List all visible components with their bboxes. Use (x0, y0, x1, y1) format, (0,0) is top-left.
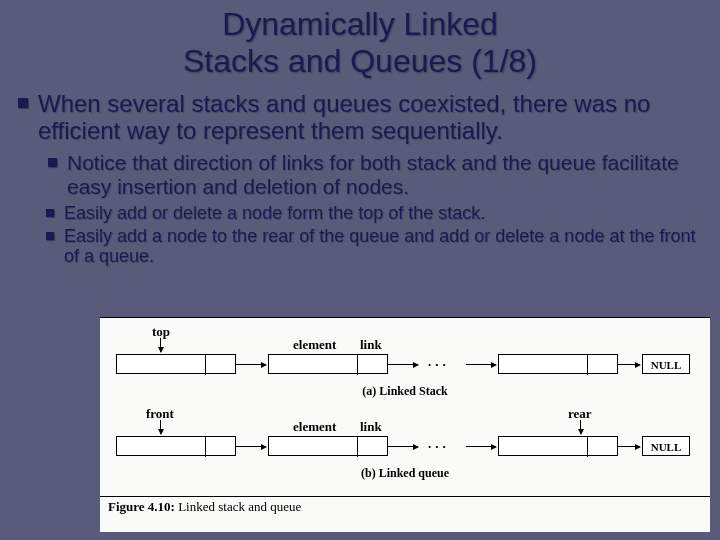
node-box (268, 436, 388, 456)
figure-border: top element link ··· NULL (a) Linked Sta… (100, 317, 710, 497)
node-divider (587, 437, 588, 457)
caption-text: Linked stack and queue (175, 499, 301, 514)
ellipsis-icon: ··· (428, 439, 450, 455)
caption-bold: Figure 4.10: (108, 499, 175, 514)
node-divider (587, 355, 588, 375)
slide-title: Dynamically Linked Stacks and Queues (1/… (0, 0, 720, 80)
title-line-1: Dynamically Linked (222, 6, 498, 42)
node-divider (205, 437, 206, 457)
arrow-right-icon (618, 446, 640, 447)
ellipsis-icon: ··· (428, 357, 450, 373)
title-line-2: Stacks and Queues (1/8) (183, 43, 537, 79)
label-top: top (152, 324, 170, 340)
diagram-linked-stack: top element link ··· NULL (a) Linked Sta… (108, 324, 702, 406)
bullet-text: When several stacks and queues coexisted… (38, 90, 702, 145)
node-divider (205, 355, 206, 375)
node-divider (357, 437, 358, 457)
label-link: link (360, 419, 382, 435)
diagram-linked-queue: front rear element link ··· NULL (108, 406, 702, 492)
square-bullet-icon (18, 98, 28, 108)
figure-caption: Figure 4.10: Linked stack and queue (100, 497, 710, 517)
arrow-right-icon (236, 364, 266, 365)
arrow-right-icon (466, 446, 496, 447)
label-element: element (293, 337, 336, 353)
square-bullet-icon (46, 209, 54, 217)
square-bullet-icon (46, 232, 54, 240)
node-divider (357, 355, 358, 375)
node-box (268, 354, 388, 374)
null-box: NULL (642, 436, 690, 456)
bullet-level2: Notice that direction of links for both … (48, 151, 702, 199)
bullet-text: Notice that direction of links for both … (67, 151, 702, 199)
arrow-right-icon (466, 364, 496, 365)
node-box (116, 354, 236, 374)
bullet-text: Easily add a node to the rear of the que… (64, 226, 702, 267)
arrow-right-icon (388, 446, 418, 447)
label-null: NULL (651, 359, 682, 371)
slide-body: When several stacks and queues coexisted… (0, 80, 720, 268)
node-box (498, 354, 618, 374)
arrow-down-icon (160, 420, 161, 434)
bullet-level3: Easily add or delete a node form the top… (46, 203, 702, 224)
node-box (498, 436, 618, 456)
label-null: NULL (651, 441, 682, 453)
arrow-right-icon (618, 364, 640, 365)
subcaption-a: (a) Linked Stack (108, 384, 702, 399)
bullet-level1: When several stacks and queues coexisted… (18, 90, 702, 145)
node-box (116, 436, 236, 456)
arrow-down-icon (580, 420, 581, 434)
figure-panel: top element link ··· NULL (a) Linked Sta… (100, 317, 710, 532)
arrow-right-icon (236, 446, 266, 447)
subcaption-b: (b) Linked queue (108, 466, 702, 481)
label-link: link (360, 337, 382, 353)
bullet-level3: Easily add a node to the rear of the que… (46, 226, 702, 267)
bullet-text: Easily add or delete a node form the top… (64, 203, 485, 224)
label-element: element (293, 419, 336, 435)
arrow-down-icon (160, 338, 161, 352)
null-box: NULL (642, 354, 690, 374)
arrow-right-icon (388, 364, 418, 365)
square-bullet-icon (48, 158, 57, 167)
